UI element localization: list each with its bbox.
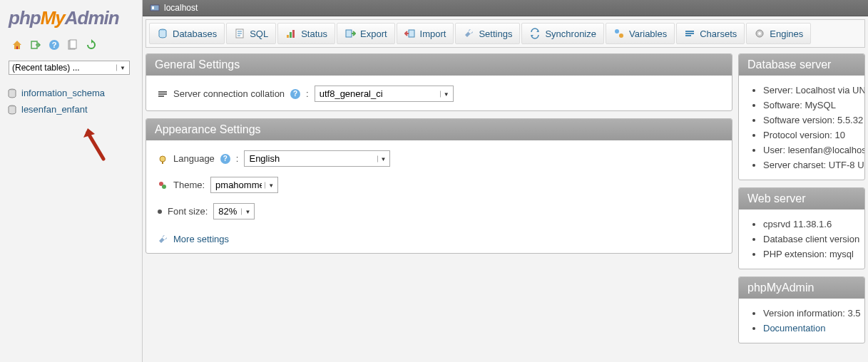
sync-icon [529,28,541,39]
info-item: Server: Localhost via UNIX socket [763,83,862,98]
help-icon[interactable]: ? [220,154,230,164]
sidebar: phpMyAdmin ? (Recent tables) ... informa… [0,0,143,362]
svg-point-29 [162,185,166,189]
svg-rect-25 [158,95,164,97]
info-item: User: lesenfan@localhost [763,143,862,157]
svg-rect-23 [158,91,167,93]
collation-icon [158,89,168,99]
tab-sql[interactable]: SQL [226,23,276,44]
bullet-icon [158,210,162,214]
status-icon [285,28,297,39]
panel-general-settings: General Settings Server connection colla… [145,53,732,111]
charsets-icon [684,28,695,39]
gear-icon [754,28,765,39]
tab-label: Variables [629,29,667,39]
theme-label: Theme: [173,180,205,190]
tab-charsets[interactable]: Charsets [676,23,745,44]
tab-databases[interactable]: Databases [149,23,225,44]
tab-label: Synchronize [545,29,596,39]
variables-icon [613,28,625,39]
svg-point-17 [619,33,623,38]
db-item-information-schema[interactable]: information_schema [6,85,136,101]
info-item: Software: MySQL [763,98,862,113]
svg-rect-19 [685,33,694,34]
tab-variables[interactable]: Variables [606,23,675,44]
collation-select[interactable]: utf8_general_ci [315,86,454,102]
tab-label: Export [360,29,387,39]
more-settings-label: More settings [173,234,229,244]
info-item: Server charset: UTF-8 Unicode [763,157,862,172]
info-item: cpsrvd 11.38.1.6 [763,217,862,232]
tab-synchronize[interactable]: Synchronize [521,23,604,44]
language-select[interactable]: English [244,150,390,167]
panel-web-server: Web server cpsrvd 11.38.1.6 Database cli… [738,187,865,269]
panel-title: Web server [739,188,864,210]
export-icon [344,28,356,39]
reload-icon[interactable] [86,39,97,51]
more-settings-link[interactable]: More settings [158,229,720,244]
svg-point-26 [160,156,165,162]
sql-icon[interactable] [67,39,78,51]
svg-rect-8 [152,6,154,9]
panel-appearance-settings: Appearance Settings Language ? : English [145,118,732,254]
panel-phpmyadmin: phpMyAdmin Version information: 3.5 Docu… [738,276,865,343]
database-icon [7,105,17,115]
svg-rect-12 [290,32,292,38]
home-icon[interactable] [11,39,23,51]
tab-settings[interactable]: Settings [455,23,520,44]
logout-icon[interactable] [30,39,41,51]
import-icon [404,28,416,39]
info-item: Database client version [763,232,862,247]
server-icon [150,3,160,13]
tab-engines[interactable]: Engines [746,23,811,44]
tab-label: Settings [479,29,512,39]
svg-rect-15 [409,30,414,37]
wrench-icon [158,234,168,244]
panel-title: General Settings [146,54,732,76]
database-list: information_schema lesenfan_enfant [0,82,142,120]
db-item-lesenfan-enfant[interactable]: lesenfan_enfant [6,101,136,118]
db-item-label: lesenfan_enfant [21,104,88,115]
svg-rect-14 [346,30,352,37]
recent-tables: (Recent tables) ... [0,58,142,82]
svg-rect-27 [162,162,163,164]
sidebar-toolbar: ? [0,35,142,58]
tab-label: Status [301,29,327,39]
tab-status[interactable]: Status [277,23,335,44]
info-item: Software version: 5.5.32 [763,113,862,128]
theme-select[interactable]: pmahomme [210,177,278,193]
panel-title: phpMyAdmin [739,277,864,299]
database-icon [7,88,17,98]
tab-export[interactable]: Export [337,23,395,44]
logo-part-my: My [41,7,65,29]
tab-import[interactable]: Import [397,23,454,44]
help-icon[interactable]: ? [48,39,60,51]
info-item: Protocol version: 10 [763,128,862,143]
annotation-arrow-icon [82,127,111,162]
wrench-icon [463,28,474,39]
panel-title: Appearance Settings [146,119,732,140]
panel-database-server: Database server Server: Localhost via UN… [738,53,865,180]
info-item: Version information: 3.5 [763,306,862,321]
sql-icon [234,28,245,39]
breadcrumb: localhost [143,0,868,16]
breadcrumb-host[interactable]: localhost [164,3,198,13]
main: localhost Databases SQL Status Export Im… [143,0,868,362]
svg-rect-20 [685,35,691,36]
help-icon[interactable]: ? [290,89,300,99]
logo-part-admin: Admin [65,7,119,29]
recent-tables-select[interactable]: (Recent tables) ... [9,61,130,75]
fontsize-label: Font size: [168,206,208,217]
fontsize-select[interactable]: 82% [213,203,255,219]
tab-label: Databases [173,29,217,39]
svg-text:?: ? [52,41,57,49]
db-item-label: information_schema [21,88,105,98]
svg-point-16 [615,29,619,33]
tab-label: Import [420,29,446,39]
database-icon [157,28,168,39]
documentation-link[interactable]: Documentation [763,323,825,333]
svg-rect-7 [150,5,159,11]
logo: phpMyAdmin [0,0,142,35]
logo-part-php: php [9,7,41,29]
collation-label: Server connection collation [173,88,285,99]
